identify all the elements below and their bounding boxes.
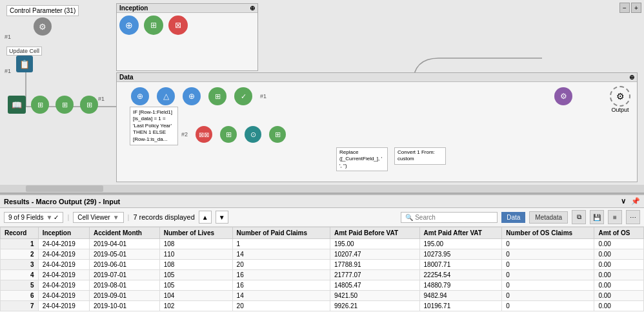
cell-row4-col2: 2019-07-01: [89, 270, 159, 280]
inception-node-3[interactable]: ⊠: [168, 16, 188, 35]
inception-node-2[interactable]: ⊞: [144, 16, 163, 35]
col-amt-after-vat-label: Amt Paid After VAT: [424, 229, 482, 236]
inception-collapse[interactable]: ⊕: [250, 5, 255, 12]
col-record[interactable]: Record: [1, 227, 39, 239]
col-inception-label: Inception: [43, 229, 71, 236]
tab-metadata-btn[interactable]: Metadata: [529, 211, 568, 224]
col-paid-claims[interactable]: Number of Paid Claims: [232, 227, 330, 239]
inception-body: ⊕ ⊞ ⊠: [117, 13, 257, 37]
cell-row7-col7: 0: [502, 301, 594, 311]
canvas-scrollbar[interactable]: [0, 185, 644, 193]
purple-node[interactable]: ⚙: [554, 87, 572, 105]
cross-node[interactable]: ⊕: [183, 87, 201, 105]
cell-row7-col4: 20: [232, 301, 330, 311]
cell-row1-col2: 2019-04-01: [89, 239, 159, 249]
tab-data-btn[interactable]: Data: [501, 212, 525, 223]
cell-row4-col1: 24-04-2019: [38, 270, 89, 280]
data-right-nodes: ⚙: [554, 87, 572, 105]
col-inception[interactable]: Inception: [38, 227, 89, 239]
data-collapse[interactable]: ⊕: [629, 74, 634, 81]
input-node[interactable]: 📖: [8, 96, 26, 114]
data-table: Record Inception Accident Month Number o…: [0, 227, 644, 311]
window-controls: − +: [619, 3, 641, 13]
cell-row5-col2: 2019-08-01: [89, 280, 159, 291]
triangle-node[interactable]: △: [157, 87, 175, 105]
output-node-container[interactable]: ⚙ Output: [610, 86, 630, 113]
inception-container: Inception ⊕ ⊕ ⊞ ⊠: [116, 3, 258, 71]
cell-row4-col7: 0: [502, 270, 594, 280]
update-cell-node[interactable]: Update Cell 📋: [6, 47, 42, 72]
cell-row4-col3: 105: [159, 270, 232, 280]
workflow-canvas[interactable]: − + Control Parameter (31) ⚙ #1: [0, 0, 644, 194]
cell-row2-col3: 110: [159, 249, 232, 260]
copy-icon-btn[interactable]: ⧉: [572, 210, 586, 224]
formula-node[interactable]: ⊕: [131, 87, 149, 105]
sort-up-btn[interactable]: ▲: [199, 211, 212, 224]
cell-row3-col3: 108: [159, 260, 232, 270]
data-hash-2: #2: [181, 131, 188, 138]
chevron-down-icon[interactable]: ∨: [621, 197, 626, 205]
col-amt-after-vat[interactable]: Amt Paid After VAT: [419, 227, 502, 239]
save-icon-btn[interactable]: 💾: [590, 210, 604, 224]
maximize-button[interactable]: +: [631, 3, 641, 13]
cell-row3-col2: 2019-06-01: [89, 260, 159, 270]
scrollbar-thumb[interactable]: [26, 185, 103, 192]
control-parameter-node[interactable]: Control Parameter (31) ⚙: [6, 5, 79, 37]
replace-box: Replace ([_CurrentField_], ' ', ''): [336, 147, 388, 171]
formula-text: IF [Row-1:Field1] [is_data] = 1 = 'Last …: [133, 109, 172, 142]
process-node-3[interactable]: ⊞: [80, 96, 98, 114]
check-node[interactable]: ✓: [234, 87, 252, 105]
replace-text: Replace ([_CurrentField_], ' ', ''): [339, 149, 382, 169]
columns-icon-btn[interactable]: ≡: [608, 210, 622, 224]
table-header: Record Inception Accident Month Number o…: [1, 227, 644, 239]
col-os-claims[interactable]: Number of OS Claims: [502, 227, 594, 239]
red-node[interactable]: ⊠⊠: [196, 126, 212, 143]
cell-row5-col1: 24-04-2019: [38, 280, 89, 291]
table-row: 624-04-20192019-09-01104149421.509482.94…: [1, 291, 644, 301]
convert-box: Convert 1 From: custom: [394, 147, 446, 165]
table-row: 724-04-20192019-10-01102209926.2110196.7…: [1, 301, 644, 311]
output-icon[interactable]: ⚙: [610, 86, 630, 107]
table-node-1[interactable]: ⊞: [208, 87, 226, 105]
sort-down-btn[interactable]: ▼: [216, 211, 228, 224]
results-panel: Results - Macro Output (29) - Input ∨ 📌 …: [0, 194, 644, 325]
table-row: 424-04-20192019-07-011051621777.0722254.…: [1, 270, 644, 280]
update-cell-label: Update Cell: [6, 47, 42, 56]
table-body: 124-04-20192019-04-011081195.00195.0000.…: [1, 239, 644, 311]
cell-row4-col0: 4: [1, 270, 39, 280]
col-lives-label: Number of Lives: [164, 229, 214, 236]
hash-label-3: #1: [98, 96, 105, 102]
minimize-button[interactable]: −: [619, 3, 630, 13]
col-amt-before-vat-label: Amt Paid Before VAT: [334, 229, 398, 236]
fields-selector[interactable]: 9 of 9 Fields ▼ ✓: [4, 212, 63, 223]
cell-row6-col6: 9482.94: [419, 291, 502, 301]
cell-row7-col1: 24-04-2019: [38, 301, 89, 311]
cell-viewer-btn[interactable]: Cell Viewer ▼: [73, 212, 123, 223]
cell-row7-col6: 10196.71: [419, 301, 502, 311]
cell-row4-col6: 22254.54: [419, 270, 502, 280]
cell-row5-col5: 14805.47: [330, 280, 419, 291]
cell-row3-col4: 20: [232, 260, 330, 270]
cell-row2-col5: 10207.47: [330, 249, 419, 260]
inception-header: Inception ⊕: [117, 4, 257, 13]
data-row-1: ⊕ △ ⊕ ⊞ ✓ #1: [131, 87, 267, 105]
table-wrapper[interactable]: Record Inception Accident Month Number o…: [0, 227, 644, 325]
table-node-3[interactable]: ⊞: [269, 126, 286, 143]
col-paid-claims-label: Number of Paid Claims: [237, 229, 307, 236]
inception-node-1[interactable]: ⊕: [119, 16, 139, 35]
search-input[interactable]: [415, 214, 492, 221]
pin-icon[interactable]: 📌: [631, 197, 640, 205]
teal-node[interactable]: ⊙: [245, 126, 261, 143]
col-lives[interactable]: Number of Lives: [159, 227, 232, 239]
cell-row7-col3: 102: [159, 301, 232, 311]
cell-row7-col2: 2019-10-01: [89, 301, 159, 311]
table-node-2[interactable]: ⊞: [220, 126, 237, 143]
col-amt-os[interactable]: Amt of OS: [594, 227, 644, 239]
col-amt-before-vat[interactable]: Amt Paid Before VAT: [330, 227, 419, 239]
process-node-2[interactable]: ⊞: [55, 96, 74, 114]
cell-viewer-dropdown: ▼: [113, 214, 119, 221]
table-row: 124-04-20192019-04-011081195.00195.0000.…: [1, 239, 644, 249]
process-node-1[interactable]: ⊞: [31, 96, 49, 114]
col-accident-month[interactable]: Accident Month: [89, 227, 159, 239]
more-icon-btn[interactable]: ⋯: [626, 210, 640, 224]
